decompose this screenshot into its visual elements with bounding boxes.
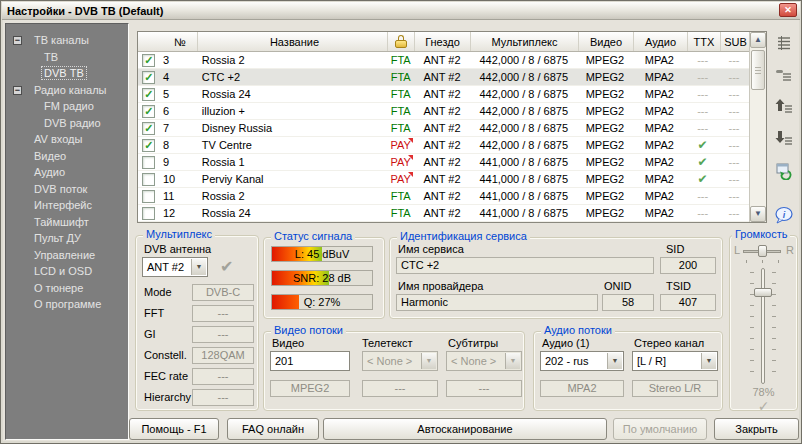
sidebar-item[interactable]: DVB поток	[6, 182, 128, 199]
sidebar-item[interactable]: Видео	[6, 149, 128, 166]
channel-list-icon[interactable]	[774, 33, 794, 53]
teletext-select[interactable]: < None > ▼	[362, 351, 438, 371]
channel-audio-codec: MPA2	[632, 137, 686, 154]
delete-channel-icon[interactable]	[774, 65, 794, 85]
channel-checkbox[interactable]: ✓	[142, 122, 155, 135]
video-pid-input[interactable]: 201	[270, 351, 350, 371]
channel-checkbox[interactable]	[142, 173, 155, 186]
channel-checkbox[interactable]: ✓	[142, 71, 155, 84]
sidebar-item-label: LCD и OSD	[32, 265, 94, 277]
channel-checkbox-cell[interactable]: ✓	[138, 52, 160, 69]
sidebar-item[interactable]: AV входы	[6, 132, 128, 149]
header-video[interactable]: Видео	[579, 32, 634, 51]
channel-checkbox-cell[interactable]: ✓	[138, 137, 160, 154]
titlebar[interactable]: Настройки - DVB ТВ (Default) ✕	[2, 2, 800, 20]
sidebar-item[interactable]: FM радио	[6, 99, 128, 116]
header-audio[interactable]: Аудио	[634, 32, 688, 51]
header-name[interactable]: Название	[198, 32, 388, 51]
volume-slider[interactable]	[761, 268, 765, 384]
sidebar-item[interactable]: LCD и OSD	[6, 264, 128, 281]
scroll-up-icon[interactable]: ▲	[750, 32, 766, 48]
channel-checkbox[interactable]	[142, 156, 155, 169]
table-scrollbar[interactable]: ▲ ▼	[749, 32, 766, 222]
faq-button[interactable]: FAQ онлайн	[227, 418, 319, 440]
antenna-apply-check-icon[interactable]: ✔	[220, 257, 233, 276]
channel-row[interactable]: 11Rossia 2FTAANT #2441,000 / 8 / 6875MPE…	[138, 188, 749, 205]
channel-row[interactable]: ✓6illuzion +FTAANT #2442,000 / 8 / 6875M…	[138, 103, 749, 120]
sidebar-item[interactable]: −ТВ каналы	[6, 33, 128, 50]
channel-checkbox-cell[interactable]: ✓	[138, 103, 160, 120]
rescan-icon[interactable]	[774, 161, 794, 181]
header-ttx[interactable]: TTX	[688, 32, 721, 51]
channel-row[interactable]: ✓3Rossia 2FTAANT #2442,000 / 8 / 6875MPE…	[138, 52, 749, 69]
channel-row[interactable]: ✓8TV CentrePAYANT #2442,000 / 8 / 6875MP…	[138, 137, 749, 154]
channel-checkbox-cell[interactable]	[138, 205, 160, 222]
channel-row[interactable]: 10Perviy KanalPAYANT #2441,000 / 8 / 687…	[138, 171, 749, 188]
scrollbar-thumb[interactable]	[751, 50, 765, 90]
chevron-down-icon[interactable]: ▼	[191, 259, 206, 275]
signal-bar-label: L: 45 dBuV	[272, 248, 372, 260]
sidebar-item[interactable]: −Радио каналы	[6, 83, 128, 100]
sidebar-item[interactable]: Управление	[6, 248, 128, 265]
channel-checkbox-cell[interactable]: ✓	[138, 69, 160, 86]
channel-access: PAY	[387, 154, 414, 171]
sidebar-item[interactable]: Интерфейс	[6, 198, 128, 215]
move-up-icon[interactable]	[774, 97, 794, 117]
channel-checkbox[interactable]: ✓	[142, 54, 155, 67]
window-title: Настройки - DVB ТВ (Default)	[7, 5, 163, 17]
channel-checkbox-cell[interactable]: ✓	[138, 120, 160, 137]
channel-checkbox-cell[interactable]	[138, 171, 160, 188]
sidebar-item[interactable]: ТВ	[6, 50, 128, 67]
stereo-select[interactable]: [L / R] ▼	[632, 351, 718, 371]
channel-checkbox[interactable]	[142, 190, 155, 203]
channel-access: FTA	[387, 188, 414, 205]
channel-audio-codec: MPA2	[632, 154, 686, 171]
channel-checkbox-cell[interactable]	[138, 188, 160, 205]
header-socket[interactable]: Гнездо	[415, 32, 471, 51]
sidebar-item[interactable]: О программе	[6, 297, 128, 314]
help-button[interactable]: Помощь - F1	[129, 418, 219, 440]
balance-left-label: L	[734, 244, 740, 256]
channel-checkbox[interactable]	[142, 207, 155, 220]
channel-socket: ANT #2	[414, 120, 470, 137]
header-number[interactable]: №	[160, 32, 198, 51]
sidebar-item[interactable]: О тюнере	[6, 281, 128, 298]
sidebar-item[interactable]: Аудио	[6, 165, 128, 182]
channel-checkbox-cell[interactable]	[138, 154, 160, 171]
header-multiplex[interactable]: Мультиплекс	[471, 32, 579, 51]
channel-row[interactable]: ✓5Rossia 24FTAANT #2442,000 / 8 / 6875MP…	[138, 86, 749, 103]
channel-checkbox[interactable]: ✓	[142, 105, 155, 118]
sidebar-item[interactable]: Пульт ДУ	[6, 231, 128, 248]
header-access[interactable]	[388, 32, 415, 51]
channel-row[interactable]: 9Rossia 1PAYANT #2441,000 / 8 / 6875MPEG…	[138, 154, 749, 171]
audio-select[interactable]: 202 - rus ▼	[540, 351, 624, 371]
autoscan-button[interactable]: Автосканирование	[323, 418, 607, 440]
header-sub[interactable]: SUB	[721, 32, 751, 51]
volume-slider-thumb[interactable]	[754, 288, 772, 297]
channel-checkbox-cell[interactable]: ✓	[138, 86, 160, 103]
sidebar-item[interactable]: DVB радио	[6, 116, 128, 133]
info-icon[interactable]: i	[774, 205, 794, 225]
channel-table-body: ✓3Rossia 2FTAANT #2442,000 / 8 / 6875MPE…	[138, 52, 749, 222]
sidebar-item[interactable]: Таймшифт	[6, 215, 128, 232]
sidebar-item[interactable]: DVB ТВ	[6, 66, 128, 83]
channel-checkbox[interactable]: ✓	[142, 139, 155, 152]
channel-row[interactable]: ✓4CTC +2FTAANT #2442,000 / 8 / 6875MPEG2…	[138, 69, 749, 86]
move-down-icon[interactable]	[774, 129, 794, 149]
chevron-down-icon[interactable]: ▼	[701, 353, 716, 369]
multiplex-field-value: ---	[192, 368, 254, 385]
balance-slider-thumb[interactable]	[758, 245, 767, 257]
channel-checkbox[interactable]: ✓	[142, 88, 155, 101]
close-button[interactable]: ✕	[779, 3, 797, 17]
chevron-down-icon[interactable]: ▼	[607, 353, 622, 369]
tree-expander-icon[interactable]: −	[13, 86, 22, 95]
audio-codec-field: MPA2	[540, 380, 624, 397]
scroll-down-icon[interactable]: ▼	[750, 206, 766, 222]
antenna-select[interactable]: ANT #2 ▼	[142, 257, 208, 277]
channel-row[interactable]: ✓7Disney RussiaFTAANT #2442,000 / 8 / 68…	[138, 120, 749, 137]
tree-expander-icon[interactable]: −	[13, 36, 22, 45]
chevron-down-icon: ▼	[421, 353, 436, 369]
channel-row[interactable]: 12Rossia 24FTAANT #2441,000 / 8 / 6875MP…	[138, 205, 749, 222]
close-dialog-button[interactable]: Закрыть	[714, 418, 799, 440]
subtitles-select[interactable]: < None > ▼	[446, 351, 522, 371]
